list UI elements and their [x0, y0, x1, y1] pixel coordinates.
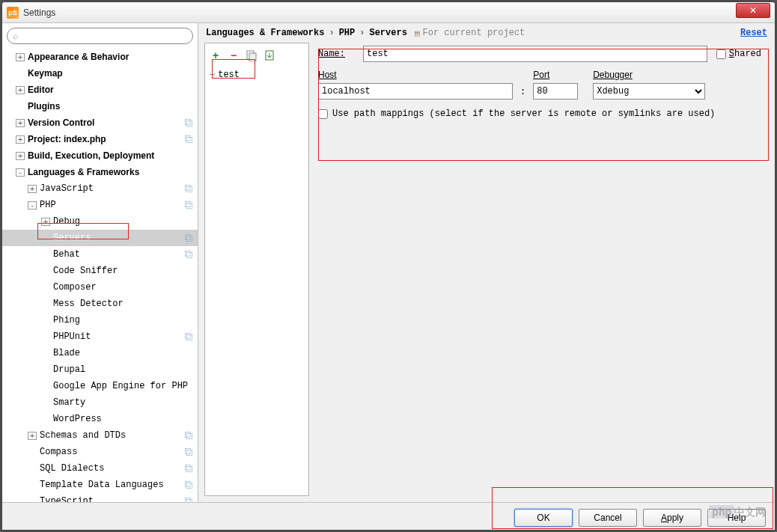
expand-icon: [41, 234, 50, 242]
tree-item-label: Blade: [53, 348, 80, 358]
pathmap-row: Use path mappings (select if the server …: [318, 108, 761, 119]
shared-checkbox[interactable]: [716, 49, 726, 59]
server-name-label: test: [218, 70, 240, 80]
settings-tree[interactable]: +Appearance & BehaviorKeymap+EditorPlugi…: [2, 49, 198, 502]
expand-icon[interactable]: +: [16, 86, 25, 94]
host-input[interactable]: [318, 83, 513, 100]
item-bullet: —: [210, 70, 215, 80]
tree-item[interactable]: Google App Engine for PHP: [2, 378, 198, 394]
import-button[interactable]: [262, 48, 277, 63]
breadcrumb-seg[interactable]: PHP: [339, 28, 356, 38]
tree-item[interactable]: +JavaScript⿻: [2, 180, 198, 197]
breadcrumb: Languages & Frameworks › PHP › Servers ▤…: [198, 23, 775, 43]
search-input[interactable]: [7, 28, 193, 44]
pathmap-checkbox[interactable]: [318, 109, 328, 119]
tree-item[interactable]: Servers⿻: [2, 230, 198, 246]
tree-item-label: Composer: [53, 282, 97, 293]
name-input[interactable]: [363, 46, 707, 62]
list-toolbar: + −: [205, 43, 308, 67]
tree-item[interactable]: -PHP⿻: [2, 197, 198, 213]
close-button[interactable]: ✕: [736, 3, 770, 18]
expand-icon: [28, 448, 37, 456]
tree-item[interactable]: WordPress: [2, 411, 198, 427]
expand-icon[interactable]: +: [16, 152, 25, 160]
tree-item[interactable]: +Version Control⿻: [2, 114, 198, 131]
scope-icon: ⿻: [185, 184, 193, 193]
expand-icon[interactable]: +: [28, 432, 37, 440]
tree-item[interactable]: Keymap: [2, 65, 198, 82]
expand-icon: [28, 498, 37, 503]
tree-item[interactable]: +Editor: [2, 82, 198, 98]
shared-wrap: Shared: [716, 49, 761, 59]
tree-item[interactable]: Behat⿻: [2, 246, 198, 263]
expand-icon[interactable]: +: [28, 185, 37, 193]
expand-icon: [41, 251, 50, 259]
tree-item-label: TypeScript: [40, 496, 94, 502]
tree-item[interactable]: +Appearance & Behavior: [2, 49, 198, 65]
tree-item-label: Keymap: [28, 68, 63, 79]
breadcrumb-seg[interactable]: Servers: [369, 28, 406, 38]
sidebar: ⌕ +Appearance & BehaviorKeymap+EditorPlu…: [2, 23, 198, 502]
tree-item[interactable]: Drupal: [2, 361, 198, 378]
tree-item[interactable]: +Schemas and DTDs⿻: [2, 427, 198, 444]
tree-item[interactable]: Phing: [2, 312, 198, 328]
tree-item[interactable]: Smarty: [2, 394, 198, 411]
shared-label[interactable]: Shared: [729, 49, 761, 59]
debugger-col: Debugger Xdebug: [593, 70, 705, 100]
tree-item-label: Version Control: [28, 117, 94, 128]
tree-item-label: Compass: [40, 447, 77, 457]
titlebar[interactable]: pS Settings ✕: [2, 2, 775, 23]
scope-icon: ⿻: [185, 250, 193, 259]
expand-icon[interactable]: -: [28, 201, 37, 210]
cancel-button[interactable]: Cancel: [579, 509, 637, 527]
tree-item[interactable]: Template Data Languages⿻: [2, 477, 198, 493]
server-list-item[interactable]: — test: [205, 67, 308, 82]
apply-button[interactable]: Apply: [643, 509, 701, 527]
breadcrumb-seg[interactable]: Languages & Frameworks: [206, 28, 324, 38]
settings-window: pS Settings ✕ ⌕ +Appearance & BehaviorKe…: [1, 1, 776, 531]
connection-row: Host : Port Debugger Xdebug: [318, 70, 761, 100]
tree-item[interactable]: -Languages & Frameworks: [2, 164, 198, 180]
tree-item[interactable]: SQL Dialects⿻: [2, 460, 198, 477]
search-wrap: ⌕: [2, 23, 198, 49]
expand-icon[interactable]: -: [16, 168, 25, 177]
pathmap-label[interactable]: Use path mappings (select if the server …: [332, 108, 715, 119]
expand-icon[interactable]: +: [41, 218, 50, 226]
tree-item[interactable]: Compass⿻: [2, 444, 198, 460]
tree-item[interactable]: Blade: [2, 345, 198, 361]
search-icon: ⌕: [13, 31, 18, 41]
help-button[interactable]: Help: [707, 509, 766, 527]
copy-button[interactable]: [244, 48, 259, 63]
add-button[interactable]: +: [208, 48, 223, 63]
main-body: + − — test: [198, 43, 775, 502]
tree-item-label: Appearance & Behavior: [28, 52, 129, 62]
expand-icon[interactable]: +: [16, 135, 25, 144]
name-label: Name:: [318, 49, 363, 59]
scope-icon: ⿻: [185, 118, 193, 127]
host-col: Host: [318, 70, 513, 100]
tree-item-label: JavaScript: [40, 183, 94, 194]
port-input[interactable]: [533, 83, 578, 100]
ok-button[interactable]: OK: [514, 509, 573, 527]
tree-item[interactable]: Composer: [2, 279, 198, 296]
expand-icon: [16, 70, 25, 78]
tree-item[interactable]: Plugins: [2, 98, 198, 114]
server-form: Name: Shared Host :: [311, 43, 769, 496]
tree-item[interactable]: Code Sniffer: [2, 263, 198, 279]
expand-icon[interactable]: +: [16, 119, 25, 127]
tree-item[interactable]: PHPUnit⿻: [2, 328, 198, 345]
remove-button[interactable]: −: [226, 48, 241, 63]
reset-link[interactable]: Reset: [740, 28, 767, 38]
expand-icon: [41, 349, 50, 358]
debugger-select[interactable]: Xdebug: [593, 83, 705, 100]
tree-item-label: Phing: [53, 315, 80, 325]
tree-item[interactable]: +Debug: [2, 213, 198, 230]
tree-item[interactable]: Mess Detector: [2, 296, 198, 312]
expand-icon[interactable]: +: [16, 53, 25, 61]
tree-item[interactable]: +Project: index.php⿻: [2, 131, 198, 147]
project-hint: For current project: [423, 28, 525, 38]
expand-icon: [41, 382, 50, 391]
tree-item[interactable]: TypeScript⿻: [2, 493, 198, 502]
tree-item[interactable]: +Build, Execution, Deployment: [2, 147, 198, 164]
scope-icon: ⿻: [185, 135, 193, 144]
